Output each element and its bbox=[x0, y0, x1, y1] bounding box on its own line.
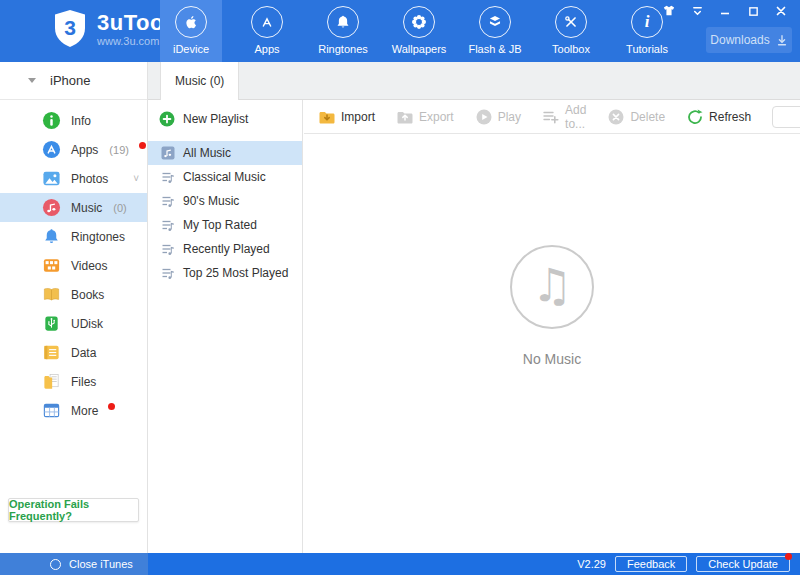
sidebar-item-label: More bbox=[71, 404, 98, 418]
theme-shirt-icon[interactable] bbox=[660, 4, 678, 18]
feedback-button[interactable]: Feedback bbox=[615, 556, 687, 572]
export-button[interactable]: Export bbox=[396, 108, 454, 126]
all-music-icon bbox=[160, 145, 176, 161]
import-button[interactable]: Import bbox=[318, 108, 375, 126]
sidebar-item-ringtones[interactable]: Ringtones bbox=[0, 222, 147, 251]
sidebar-item-info[interactable]: Info bbox=[0, 106, 147, 135]
playlist-90s[interactable]: 90's Music bbox=[148, 189, 302, 213]
3utools-window: 3 3uTools www.3u.com iDevice bbox=[0, 0, 800, 575]
tab-label: Music (0) bbox=[175, 74, 224, 88]
music-note-icon: ♫ bbox=[510, 245, 594, 329]
nav-apps[interactable]: Apps bbox=[236, 0, 298, 62]
appstore-icon bbox=[251, 6, 283, 38]
tab-strip: Music (0) bbox=[148, 62, 800, 100]
search-input[interactable] bbox=[780, 111, 800, 123]
sidebar-item-photos[interactable]: Photos ˅ bbox=[0, 164, 147, 193]
playlist-icon bbox=[160, 193, 176, 209]
close-itunes-button[interactable]: Close iTunes bbox=[0, 553, 148, 575]
playlist-label: All Music bbox=[183, 146, 231, 160]
close-itunes-label: Close iTunes bbox=[69, 558, 133, 570]
playlist-top-25[interactable]: Top 25 Most Played bbox=[148, 261, 302, 285]
nav-label: iDevice bbox=[173, 43, 209, 55]
playlist-label: Recently Played bbox=[183, 242, 270, 256]
playlist-icon bbox=[160, 169, 176, 185]
sidebar-item-count: (0) bbox=[113, 202, 126, 214]
sidebar-item-label: Ringtones bbox=[71, 230, 125, 244]
books-icon bbox=[42, 285, 61, 304]
more-icon bbox=[42, 401, 61, 420]
delete-button[interactable]: Delete bbox=[607, 108, 665, 126]
nav-label: Tutorials bbox=[626, 43, 668, 55]
playlist-label: Classical Music bbox=[183, 170, 266, 184]
flower-icon bbox=[403, 6, 435, 38]
minimize-icon[interactable] bbox=[716, 4, 734, 18]
music-icon bbox=[42, 198, 61, 217]
feedback-label: Feedback bbox=[627, 558, 675, 570]
device-selector[interactable]: iPhone bbox=[0, 62, 147, 100]
add-to-button[interactable]: Add to... bbox=[542, 103, 586, 131]
sidebar-item-files[interactable]: Files bbox=[0, 367, 147, 396]
import-icon bbox=[318, 108, 336, 126]
toolbar-label: Import bbox=[341, 110, 375, 124]
check-update-label: Check Update bbox=[708, 558, 778, 570]
sidebar-item-label: Apps bbox=[71, 143, 98, 157]
shield-logo-icon: 3 bbox=[52, 9, 88, 49]
maximize-icon[interactable] bbox=[744, 4, 762, 18]
skin-menu-icon[interactable] bbox=[688, 4, 706, 18]
search-box bbox=[772, 106, 800, 128]
info-icon bbox=[42, 111, 61, 130]
playlist-top-rated[interactable]: My Top Rated bbox=[148, 213, 302, 237]
playlist-all-music[interactable]: All Music bbox=[148, 141, 302, 165]
new-playlist-button[interactable]: New Playlist bbox=[148, 100, 302, 137]
play-button[interactable]: Play bbox=[475, 108, 521, 126]
nav-flash-jb[interactable]: Flash & JB bbox=[464, 0, 526, 62]
nav-label: Toolbox bbox=[552, 43, 590, 55]
info-italic-icon: i bbox=[631, 6, 663, 38]
svg-text:3: 3 bbox=[64, 16, 76, 39]
playlist-recently-played[interactable]: Recently Played bbox=[148, 237, 302, 261]
main-nav: iDevice Apps Ringtones bbox=[160, 0, 678, 62]
sidebar-item-more[interactable]: More bbox=[0, 396, 147, 425]
tab-music[interactable]: Music (0) bbox=[160, 62, 239, 100]
nav-idevice[interactable]: iDevice bbox=[160, 0, 222, 62]
playlist-list: All Music Classical Music 90's Music My … bbox=[148, 141, 302, 285]
sidebar-item-data[interactable]: Data bbox=[0, 338, 147, 367]
videos-icon bbox=[42, 256, 61, 275]
downloads-button[interactable]: Downloads bbox=[706, 27, 792, 53]
toolbar-label: Add to... bbox=[565, 103, 586, 131]
playlist-panel: New Playlist All Music Classical Music 9… bbox=[148, 100, 303, 553]
playlist-label: 90's Music bbox=[183, 194, 239, 208]
notification-dot bbox=[139, 142, 146, 149]
toolbar-label: Delete bbox=[630, 110, 665, 124]
refresh-button[interactable]: Refresh bbox=[686, 108, 751, 126]
sidebar-item-count: (19) bbox=[109, 144, 129, 156]
bell-icon bbox=[42, 227, 61, 246]
close-itunes-icon bbox=[50, 559, 61, 570]
nav-toolbox[interactable]: Toolbox bbox=[540, 0, 602, 62]
sidebar-item-books[interactable]: Books bbox=[0, 280, 147, 309]
device-name: iPhone bbox=[50, 73, 90, 88]
photos-icon bbox=[42, 169, 61, 188]
operation-fails-button[interactable]: Operation Fails Frequently? bbox=[8, 498, 139, 522]
playlist-label: My Top Rated bbox=[183, 218, 257, 232]
nav-label: Flash & JB bbox=[468, 43, 521, 55]
window-controls bbox=[660, 4, 790, 18]
sidebar-items: Info Apps (19) Photos ˅ bbox=[0, 100, 147, 425]
check-update-button[interactable]: Check Update bbox=[696, 556, 790, 572]
sidebar-item-udisk[interactable]: UDisk bbox=[0, 309, 147, 338]
add-to-icon bbox=[542, 108, 560, 126]
box-icon bbox=[479, 6, 511, 38]
playlist-label: Top 25 Most Played bbox=[183, 266, 288, 280]
sidebar-item-music[interactable]: Music (0) bbox=[0, 193, 147, 222]
playlist-classical[interactable]: Classical Music bbox=[148, 165, 302, 189]
nav-label: Wallpapers bbox=[392, 43, 447, 55]
nav-wallpapers[interactable]: Wallpapers bbox=[388, 0, 450, 62]
close-icon[interactable] bbox=[772, 4, 790, 18]
chevron-down-icon[interactable]: ˅ bbox=[133, 173, 139, 184]
sidebar-item-apps[interactable]: Apps (19) bbox=[0, 135, 147, 164]
sidebar-item-videos[interactable]: Videos bbox=[0, 251, 147, 280]
sidebar-item-label: Info bbox=[71, 114, 91, 128]
export-icon bbox=[396, 108, 414, 126]
sidebar-item-label: Files bbox=[71, 375, 96, 389]
nav-ringtones[interactable]: Ringtones bbox=[312, 0, 374, 62]
